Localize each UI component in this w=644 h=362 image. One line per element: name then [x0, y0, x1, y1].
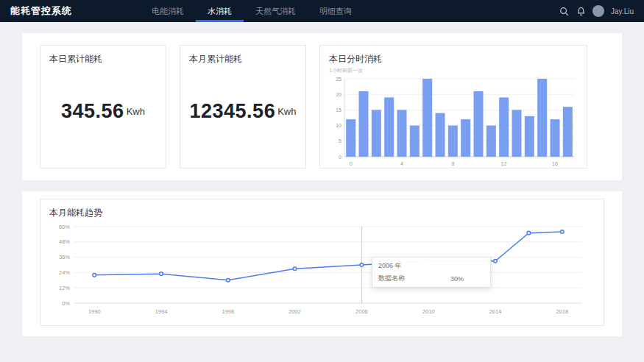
- svg-text:2014: 2014: [489, 308, 502, 315]
- today-energy-card: 本日累计能耗 345.56 Kwh: [40, 45, 166, 168]
- svg-text:1994: 1994: [155, 308, 168, 315]
- month-energy-number: 12345.56: [190, 100, 276, 123]
- notification-bell-icon[interactable]: [576, 6, 586, 16]
- svg-text:2018: 2018: [556, 308, 568, 315]
- monthly-trend-card: 本月能耗趋势 0%12%24%36%48%60%1990199419982002…: [40, 199, 604, 326]
- svg-text:36%: 36%: [59, 254, 70, 260]
- svg-text:1990: 1990: [88, 308, 101, 315]
- svg-text:2006: 2006: [355, 308, 368, 315]
- svg-text:10: 10: [336, 123, 342, 128]
- today-energy-number: 345.56: [61, 100, 124, 123]
- main-nav: 电能消耗 水消耗 天然气消耗 明细查询: [140, 0, 364, 22]
- header-actions: Jay.Liu: [559, 5, 644, 17]
- svg-text:12: 12: [501, 161, 507, 166]
- svg-text:25: 25: [336, 77, 342, 82]
- nav-item-electric[interactable]: 电能消耗: [140, 0, 196, 22]
- user-name[interactable]: Jay.Liu: [611, 7, 634, 15]
- hourly-refresh-note: 1小时刷新一次: [320, 65, 587, 74]
- monthly-trend-title: 本月能耗趋势: [48, 204, 596, 221]
- svg-text:48%: 48%: [59, 238, 70, 245]
- svg-text:4: 4: [400, 161, 403, 166]
- svg-text:16: 16: [552, 161, 558, 166]
- month-energy-value: 12345.56 Kwh: [180, 65, 305, 168]
- month-energy-card: 本月累计能耗 12345.56 Kwh: [180, 45, 306, 168]
- user-avatar[interactable]: [592, 5, 604, 17]
- today-energy-unit: Kwh: [127, 106, 145, 117]
- search-icon[interactable]: [559, 6, 569, 16]
- nav-item-gas[interactable]: 天然气消耗: [244, 0, 308, 22]
- month-energy-unit: Kwh: [277, 106, 296, 117]
- hourly-bar-chart[interactable]: 05101520250481216: [328, 74, 578, 168]
- trend-panel: 本月能耗趋势 0%12%24%36%48%60%1990199419982002…: [22, 191, 622, 336]
- nav-item-detail-query[interactable]: 明细查询: [308, 0, 364, 22]
- svg-text:0: 0: [350, 161, 353, 166]
- today-energy-title: 本日累计能耗: [40, 46, 166, 65]
- hourly-consumption-title: 本日分时消耗: [320, 46, 587, 65]
- svg-text:24%: 24%: [59, 269, 70, 276]
- svg-text:8: 8: [451, 161, 454, 166]
- app-title: 能耗管控系统: [0, 4, 82, 18]
- hourly-consumption-card: 本日分时消耗 1小时刷新一次 05101520250481216: [319, 45, 587, 168]
- svg-text:12%: 12%: [59, 285, 70, 291]
- svg-text:0%: 0%: [62, 300, 70, 307]
- svg-text:5: 5: [339, 138, 342, 143]
- svg-text:2002: 2002: [289, 308, 301, 315]
- svg-text:15: 15: [336, 107, 342, 113]
- svg-text:20: 20: [336, 92, 342, 97]
- nav-item-water[interactable]: 水消耗: [196, 0, 244, 22]
- svg-text:2010: 2010: [422, 308, 435, 315]
- summary-panel: 本日累计能耗 345.56 Kwh 本月累计能耗 12345.56 Kwh 本日…: [22, 33, 622, 180]
- monthly-trend-line-chart[interactable]: 0%12%24%36%48%60%19901994199820022006201…: [48, 221, 591, 318]
- svg-text:1998: 1998: [222, 308, 234, 315]
- top-nav-bar: 能耗管控系统 电能消耗 水消耗 天然气消耗 明细查询 Jay.Liu: [0, 0, 644, 22]
- svg-text:60%: 60%: [59, 224, 70, 230]
- today-energy-value: 345.56 Kwh: [40, 65, 166, 168]
- month-energy-title: 本月累计能耗: [180, 46, 305, 65]
- svg-text:0: 0: [339, 155, 342, 160]
